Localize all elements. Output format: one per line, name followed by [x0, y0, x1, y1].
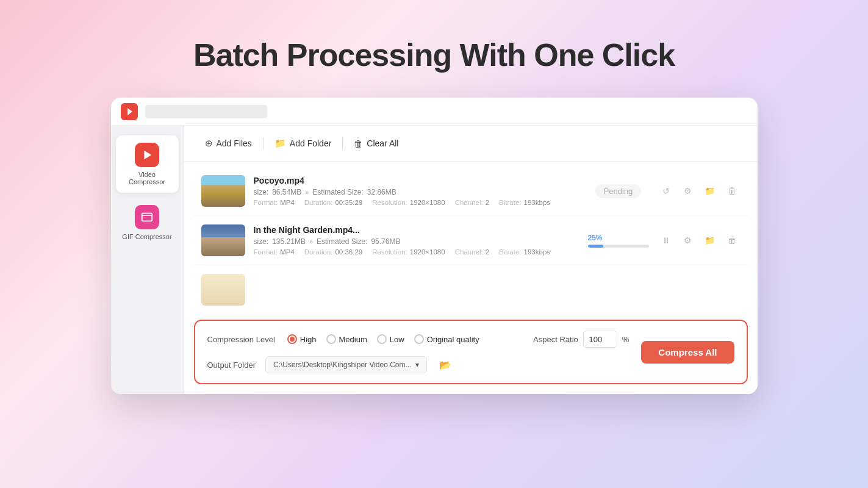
radio-label-original: Original quality: [427, 335, 479, 344]
content-area: ⊕ Add Files 📁 Add Folder 🗑 Clear All: [184, 126, 758, 394]
open-folder-button[interactable]: 📂: [437, 356, 454, 373]
estimated-size-value-ng: 95.76MB: [371, 237, 400, 246]
progress-percent: 25%: [588, 234, 649, 242]
aspect-ratio-label: Aspect Ratio: [533, 335, 578, 344]
file-info-night-garden: In the Night Garden.mp4... size: 135.21M…: [254, 225, 579, 256]
add-files-icon: ⊕: [205, 138, 213, 149]
page-title: Batch Processing With One Click: [193, 37, 675, 73]
estimated-size-label: Estimated Size:: [312, 188, 363, 196]
clear-all-icon: 🗑: [354, 138, 363, 149]
video-compressor-icon: [135, 143, 159, 167]
radio-circle-low: [377, 334, 387, 344]
output-folder-label: Output Folder: [207, 361, 256, 370]
folder-button-pocoyo[interactable]: 📁: [701, 182, 719, 199]
svg-marker-0: [127, 108, 132, 115]
sidebar-item-video-compressor[interactable]: Video Compressor: [116, 135, 179, 193]
output-path-text: C:\Users\Desktop\Kingshiper Video Com...: [273, 361, 412, 369]
file-thumbnail-night-garden: [201, 224, 245, 256]
sidebar: Video Compressor GIF Compressor: [111, 126, 184, 394]
file-status-pocoyo: Pending: [588, 184, 649, 198]
table-row: [194, 265, 748, 315]
table-row: Pocoyo.mp4 size: 86.54MB » Estimated Siz…: [194, 167, 748, 216]
pause-button-night-garden[interactable]: ⏸: [658, 232, 675, 249]
file-list: Pocoyo.mp4 size: 86.54MB » Estimated Siz…: [184, 162, 758, 320]
title-bar: [111, 98, 758, 126]
file-sizes-night-garden: size: 135.21MB » Estimated Size: 95.76MB: [254, 237, 579, 246]
file-name-pocoyo: Pocoyo.mp4: [254, 176, 579, 185]
file-size-label: size:: [254, 188, 269, 196]
bottom-panel: Compression Level High: [194, 320, 748, 384]
toolbar-sep-2: [342, 137, 343, 149]
add-files-button[interactable]: ⊕ Add Files: [196, 134, 260, 152]
radio-label-low: Low: [390, 335, 404, 344]
svg-marker-1: [144, 151, 151, 160]
file-size-label-ng: size:: [254, 237, 269, 246]
radio-option-medium[interactable]: Medium: [326, 334, 367, 344]
table-row: In the Night Garden.mp4... size: 135.21M…: [194, 216, 748, 265]
radio-inner-high: [290, 337, 295, 342]
refresh-button-pocoyo[interactable]: ↺: [658, 182, 675, 199]
delete-button-night-garden[interactable]: 🗑: [723, 232, 741, 249]
clear-all-label: Clear All: [367, 138, 398, 148]
radio-option-original[interactable]: Original quality: [414, 334, 479, 344]
add-folder-label: Add Folder: [290, 138, 331, 148]
toolbar-sep-1: [263, 137, 264, 149]
file-status-night-garden: 25%: [588, 234, 649, 248]
sidebar-item-label-gif: GIF Compressor: [122, 233, 171, 240]
delete-button-pocoyo[interactable]: 🗑: [723, 182, 741, 199]
bottom-compress-area: Compression Level High: [207, 331, 734, 373]
compress-all-button[interactable]: Compress All: [641, 341, 734, 364]
compression-row: Compression Level High: [207, 331, 629, 348]
file-meta-pocoyo: Format:MP4 Duration:00:35:28 Resolution:…: [254, 199, 579, 206]
add-files-label: Add Files: [217, 138, 252, 148]
radio-label-medium: Medium: [339, 335, 367, 344]
add-folder-button[interactable]: 📁 Add Folder: [266, 134, 340, 152]
output-row: Output Folder C:\Users\Desktop\Kingshipe…: [207, 356, 629, 373]
progress-bar-fill: [588, 245, 603, 248]
toolbar: ⊕ Add Files 📁 Add Folder 🗑 Clear All: [184, 126, 758, 162]
aspect-ratio-input[interactable]: [583, 331, 617, 348]
app-logo: [121, 103, 138, 120]
sidebar-item-gif-compressor[interactable]: GIF Compressor: [116, 198, 179, 248]
file-size-value: 86.54MB: [272, 188, 301, 196]
radio-circle-medium: [326, 334, 336, 344]
status-badge-pending: Pending: [595, 184, 642, 198]
radio-label-high: High: [300, 335, 317, 344]
file-thumbnail-pocoyo: [201, 175, 245, 207]
arrow-icon: »: [305, 188, 309, 196]
settings-button-pocoyo[interactable]: ⚙: [680, 182, 697, 199]
compression-radio-group: High Medium Low: [287, 334, 479, 344]
main-layout: Video Compressor GIF Compressor ⊕ Add Fi…: [111, 126, 758, 394]
folder-button-night-garden[interactable]: 📁: [701, 232, 719, 249]
dropdown-chevron-icon: ▾: [415, 361, 419, 369]
svg-rect-2: [142, 214, 152, 221]
sidebar-item-label-video: Video Compressor: [121, 171, 174, 185]
clear-all-button[interactable]: 🗑 Clear All: [345, 135, 407, 152]
add-folder-icon: 📁: [274, 138, 286, 149]
file-thumbnail-third: [201, 274, 245, 306]
file-actions-night-garden: ⏸ ⚙ 📁 🗑: [658, 232, 741, 249]
file-size-value-ng: 135.21MB: [272, 237, 306, 246]
radio-circle-original: [414, 334, 424, 344]
file-actions-pocoyo: ↺ ⚙ 📁 🗑: [658, 182, 741, 199]
output-path-select[interactable]: C:\Users\Desktop\Kingshiper Video Com...…: [265, 356, 427, 373]
file-name-night-garden: In the Night Garden.mp4...: [254, 225, 579, 235]
estimated-size-label-ng: Estimated Size:: [317, 237, 367, 246]
gif-compressor-icon: [135, 205, 159, 229]
file-sizes-pocoyo: size: 86.54MB » Estimated Size: 32.86MB: [254, 188, 579, 196]
aspect-ratio-section: Aspect Ratio %: [533, 331, 629, 348]
app-window: Video Compressor GIF Compressor ⊕ Add Fi…: [111, 98, 758, 394]
settings-button-night-garden[interactable]: ⚙: [680, 232, 697, 249]
file-info-pocoyo: Pocoyo.mp4 size: 86.54MB » Estimated Siz…: [254, 176, 579, 206]
estimated-size-value: 32.86MB: [367, 188, 396, 196]
radio-option-low[interactable]: Low: [377, 334, 404, 344]
compression-level-label: Compression Level: [207, 335, 275, 344]
aspect-ratio-unit: %: [622, 335, 629, 344]
bottom-left: Compression Level High: [207, 331, 629, 373]
radio-option-high[interactable]: High: [287, 334, 317, 344]
arrow-icon-ng: »: [309, 238, 313, 245]
title-bar-search-bar: [145, 105, 267, 118]
file-meta-night-garden: Format:MP4 Duration:00:36:29 Resolution:…: [254, 248, 579, 256]
radio-circle-high: [287, 334, 297, 344]
progress-bar-bg: [588, 245, 649, 248]
